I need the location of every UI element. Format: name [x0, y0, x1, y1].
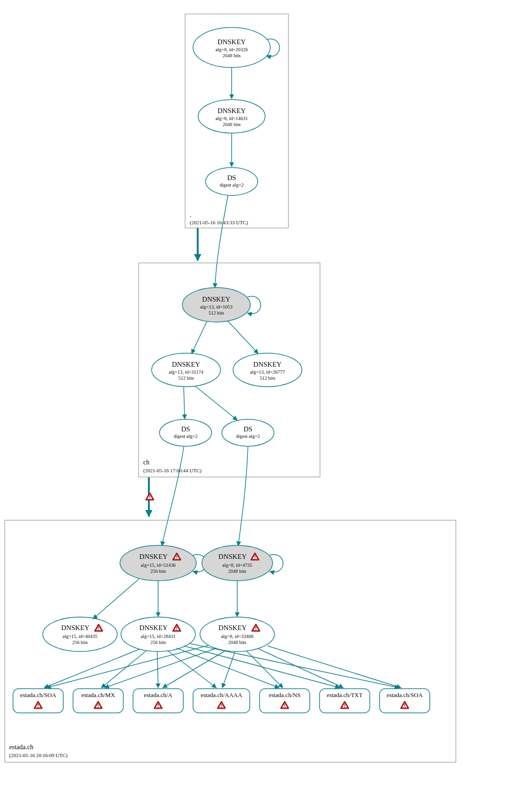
svg-text:512 bits: 512 bits — [260, 376, 275, 381]
svg-text:alg=15, id=51436: alg=15, id=51436 — [141, 563, 176, 568]
node-est-zsk0: DNSKEY alg=15, id=40435 256 bits — [43, 617, 117, 651]
edge-ch-ds2-to-est-ksk2 — [238, 447, 248, 546]
edge-ch-ksk-to-zsk1 — [192, 321, 207, 354]
svg-text:alg=15, id=28431: alg=15, id=28431 — [141, 634, 176, 639]
edge-est-ksk1-to-zsk0 — [93, 578, 140, 619]
svg-text:DS: DS — [181, 425, 190, 433]
svg-text:2048 bits: 2048 bits — [223, 53, 241, 58]
svg-point-27 — [160, 419, 212, 446]
svg-text:estada.ch/A: estada.ch/A — [144, 691, 173, 698]
svg-text:alg=13, id=31174: alg=13, id=31174 — [169, 369, 204, 375]
warning-icon — [146, 493, 154, 500]
svg-text:2048 bits: 2048 bits — [228, 640, 247, 645]
node-est-ksk2: DNSKEY alg=8, id=4735 2048 bits — [202, 545, 273, 581]
node-root-ds: DS digest alg=2 — [206, 168, 258, 195]
svg-point-11 — [206, 168, 258, 195]
svg-text:DNSKEY: DNSKEY — [172, 361, 200, 368]
edge-ch-zsk1-to-ds1 — [184, 387, 185, 419]
zone-estada-timestamp: (2021-05-16 20:16:09 UTC) — [9, 752, 68, 758]
svg-text:DNSKEY: DNSKEY — [254, 361, 282, 368]
rr-txt: estada.ch/TXT — [320, 689, 370, 713]
svg-text:alg=8, id=4735: alg=8, id=4735 — [222, 563, 252, 568]
svg-text:DNSKEY: DNSKEY — [61, 624, 90, 631]
svg-text:alg=8, id=14631: alg=8, id=14631 — [215, 116, 248, 121]
svg-text:DS: DS — [227, 174, 236, 181]
svg-text:estada.ch/AAAA: estada.ch/AAAA — [200, 691, 242, 698]
zone-root: . (2021-05-16 16:43:33 UTC) DNSKEY alg=8… — [185, 14, 288, 228]
svg-text:DNSKEY: DNSKEY — [219, 553, 247, 560]
svg-text:estada.ch/SOA: estada.ch/SOA — [387, 691, 423, 698]
svg-text:estada.ch/SOA: estada.ch/SOA — [20, 691, 56, 698]
svg-text:256 bits: 256 bits — [150, 640, 166, 645]
node-ch-ds2: DS digest alg=2 — [222, 419, 274, 446]
dnssec-diagram: ! . (2021-05-16 16:43:33 UTC) DNSKEY alg… — [0, 0, 514, 812]
rr-soa-1: estada.ch/SOA — [13, 689, 63, 713]
svg-text:digest alg=2: digest alg=2 — [174, 434, 198, 439]
zone-ch-name: ch — [143, 459, 149, 466]
zone-ch: ch (2021-05-16 17:00:44 UTC) DNSKEY alg=… — [139, 263, 320, 477]
svg-text:estada.ch/TXT: estada.ch/TXT — [327, 691, 363, 698]
node-root-zsk: DNSKEY alg=8, id=14631 2048 bits — [198, 100, 265, 133]
svg-text:digest alg=2: digest alg=2 — [220, 182, 244, 188]
svg-text:alg=13, id=1053: alg=13, id=1053 — [200, 304, 233, 309]
svg-text:DNSKEY: DNSKEY — [140, 553, 168, 560]
svg-text:DNSKEY: DNSKEY — [218, 38, 246, 46]
edge-ch-zsk1-to-ds2 — [195, 386, 237, 420]
svg-text:256 bits: 256 bits — [150, 569, 166, 574]
svg-text:alg=13, id=26777: alg=13, id=26777 — [250, 369, 285, 375]
svg-text:DNSKEY: DNSKEY — [140, 624, 168, 631]
svg-text:256 bits: 256 bits — [72, 640, 88, 645]
node-ch-ds1: DS digest alg=2 — [160, 419, 212, 446]
zone-root-timestamp: (2021-05-16 16:43:33 UTC) — [190, 220, 248, 226]
rr-mx: estada.ch/MX — [73, 689, 123, 713]
node-ch-ksk: DNSKEY alg=13, id=1053 512 bits — [182, 288, 250, 322]
svg-text:512 bits: 512 bits — [208, 310, 224, 315]
svg-point-30 — [222, 419, 274, 446]
svg-text:512 bits: 512 bits — [178, 376, 194, 381]
svg-text:DNSKEY: DNSKEY — [202, 295, 231, 303]
rr-a: estada.ch/A — [133, 689, 183, 713]
svg-text:estada.ch/MX: estada.ch/MX — [81, 691, 115, 698]
svg-text:2048 bits: 2048 bits — [228, 569, 247, 574]
svg-text:alg=8, id=20326: alg=8, id=20326 — [215, 47, 248, 52]
node-est-zsk2: DNSKEY alg=8, id=33468 2048 bits — [200, 617, 274, 651]
rr-aaaa: estada.ch/AAAA — [193, 689, 250, 713]
svg-text:2048 bits: 2048 bits — [223, 122, 241, 127]
svg-text:DS: DS — [243, 425, 252, 433]
zone-ch-timestamp: (2021-05-16 17:00:44 UTC) — [143, 468, 202, 474]
edge-root-ds-to-ch-ksk — [215, 195, 228, 288]
svg-text:DNSKEY: DNSKEY — [218, 107, 246, 114]
node-ch-zsk1: DNSKEY alg=13, id=31174 512 bits — [152, 353, 220, 387]
svg-text:alg=15, id=40435: alg=15, id=40435 — [63, 634, 98, 639]
rr-row: estada.ch/SOA estada.ch/MX estada.ch/A e… — [13, 689, 430, 713]
edge-ch-ds1-to-est-ksk1 — [162, 447, 184, 546]
svg-text:estada.ch/NS: estada.ch/NS — [269, 691, 300, 698]
node-root-ksk: DNSKEY alg=8, id=20326 2048 bits — [193, 27, 270, 67]
rr-ns: estada.ch/NS — [260, 689, 310, 713]
rr-soa-2: estada.ch/SOA — [380, 689, 430, 713]
svg-text:digest alg=2: digest alg=2 — [236, 434, 260, 439]
svg-text:DNSKEY: DNSKEY — [219, 624, 247, 631]
svg-text:alg=8, id=33468: alg=8, id=33468 — [221, 634, 254, 639]
node-est-ksk1: DNSKEY alg=15, id=51436 256 bits — [120, 545, 196, 581]
zone-estada-name: estada.ch — [9, 744, 33, 751]
edge-ch-ksk-to-zsk2 — [228, 321, 258, 354]
node-ch-zsk2: DNSKEY alg=13, id=26777 512 bits — [233, 353, 302, 387]
zone-root-name: . — [190, 211, 192, 218]
zone-estada: estada.ch (2021-05-16 20:16:09 UTC) DNSK… — [5, 520, 456, 762]
